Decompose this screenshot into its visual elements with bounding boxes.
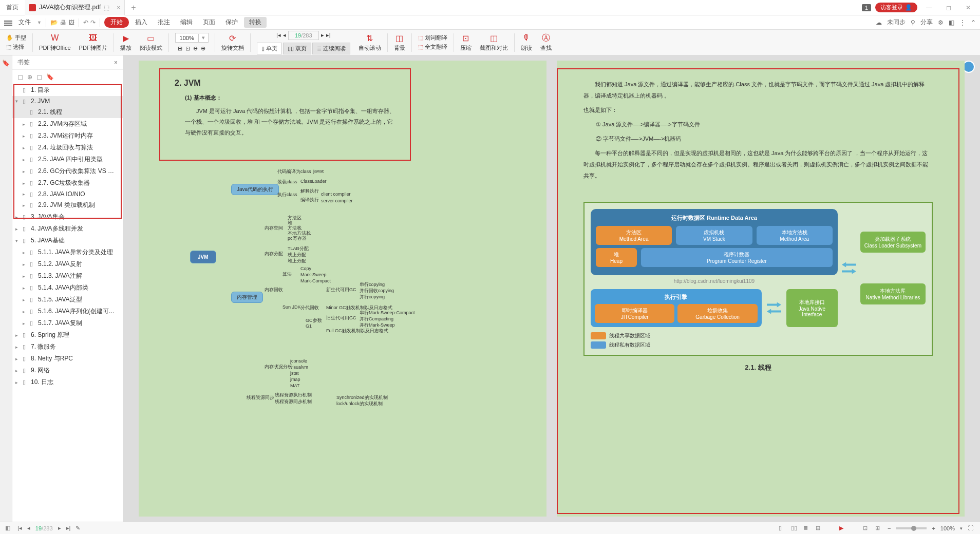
menu-start[interactable]: 开始 [104,17,129,28]
outline-item[interactable]: ▸▯2.6. GC分代收集算法 VS 分区收集算法 [12,165,123,177]
chevron-down-icon[interactable]: ▾ [199,33,208,42]
tab-add-button[interactable]: + [125,3,142,12]
sidebar-toggle-icon[interactable]: ◧ [5,525,12,532]
zoom-in-button[interactable]: + [932,525,935,531]
outline-item[interactable]: ▸▯2.2. JVM内存区域 [12,118,123,130]
fit-icon[interactable]: ⊡ [863,525,870,532]
chevron-down-icon[interactable]: ▼ [37,20,42,25]
outline-item[interactable]: ▸▯5.1.5. JAVA泛型 [12,294,123,306]
menu-annotate[interactable]: 批注 [154,17,174,28]
play-button[interactable]: ▶播放 [118,32,134,53]
outline-tool-icon[interactable]: 🔖 [46,73,54,81]
collapse-icon[interactable]: ⌃ [971,19,976,26]
hamburger-icon[interactable] [4,20,12,26]
expand-icon[interactable]: ▸ [23,169,28,174]
compare-button[interactable]: ◫截图和对比 [478,32,510,53]
notification-badge[interactable]: 1 [862,4,871,11]
menu-protect[interactable]: 保护 [221,17,242,28]
outline-item[interactable]: ▸▯3. JAVA集合 [12,211,123,223]
page-last-icon[interactable]: ▸| [66,525,71,531]
page-next-icon[interactable]: ▸ [58,525,61,531]
find-button[interactable]: Ⓐ查找 [538,32,554,53]
tab-document[interactable]: JAVA核心知识整理.pdf ⬚ × [25,0,125,15]
page-first-icon[interactable]: |◂ [17,525,22,531]
outline-item[interactable]: ▾▯2. JVM [12,96,123,106]
document-viewport[interactable]: 2. JVM (1) 基本概念： JVM 是可运行 Java 代码的假想计算机 … [123,55,980,522]
expand-icon[interactable]: ▸ [15,226,21,232]
expand-icon[interactable]: ▸ [23,262,28,267]
expand-icon[interactable]: ▸ [15,380,21,385]
panel-close-icon[interactable]: × [114,59,118,66]
read-mode-button[interactable]: ▭阅读模式 [138,32,164,53]
outline-item[interactable]: ▸▯5.1.4. JAVA内部类 [12,282,123,294]
print-icon[interactable]: 🖶 [60,19,66,26]
expand-icon[interactable]: ▸ [23,274,28,279]
zoom-slider[interactable] [896,527,927,529]
single-page-button[interactable]: ▯单页 [257,43,282,54]
view-icon[interactable]: ⊞ [816,525,823,532]
zoom-in-icon[interactable]: ⊕ [201,45,205,52]
expand-icon[interactable]: ▸ [23,134,28,139]
fullscreen-icon[interactable]: ⛶ [968,525,975,532]
bookmark-rail-icon[interactable]: 🔖 [2,60,10,68]
outline-item[interactable]: ▸▯2.7. GC垃圾收集器 [12,177,123,189]
outline-item[interactable]: ▸▯5.1.2. JAVA反射 [12,258,123,270]
login-button[interactable]: 访客登录👤 [875,3,917,12]
expand-icon[interactable]: ▸ [23,145,28,150]
tab-close-icon[interactable]: × [117,4,120,11]
expand-icon[interactable]: ▸ [23,157,28,162]
minimize-icon[interactable]: — [921,4,937,11]
outline-item[interactable]: ▸▯8. Netty 与RPC [12,353,123,365]
pdf-to-image-button[interactable]: 🖼PDF转图片 [77,32,109,53]
fit-page-icon[interactable]: ⊡ [185,45,190,52]
full-translate-button[interactable]: ⬚ 全文翻译 [418,43,447,51]
zoom-out-icon[interactable]: ⊖ [193,45,198,52]
outline-item[interactable]: ▯1. 目录 [12,84,123,96]
fit-width-icon[interactable]: ⊞ [178,45,182,52]
save-icon[interactable]: 🖼 [68,19,74,26]
menu-edit[interactable]: 编辑 [176,17,197,28]
outline-item[interactable]: ▸▯2.3. JVM运行时内存 [12,130,123,142]
page-prev-icon[interactable]: ◂ [27,525,30,531]
select-tool[interactable]: ⬚ 选择 [6,43,24,51]
expand-icon[interactable]: ▸ [23,192,28,197]
zoom-out-button[interactable]: − [888,525,891,531]
outline-item[interactable]: ▸▯6. Spring 原理 [12,329,123,341]
outline-tool-icon[interactable]: ▢ [36,73,42,81]
hand-tool[interactable]: ✋ 手型 [6,34,26,42]
expand-icon[interactable]: ▸ [15,356,21,361]
expand-icon[interactable]: ▸ [15,215,21,220]
outline-item[interactable]: ▸▯2.8. JAVA IO/NIO [12,189,123,199]
fit-icon[interactable]: ⊞ [875,525,882,532]
play-icon[interactable]: ▶ [839,525,846,532]
outline-item[interactable]: ▯2.1. 线程 [12,106,123,118]
more-icon[interactable]: ⋮ [959,19,966,26]
view-icon[interactable]: ▯▯ [791,525,798,532]
expand-icon[interactable]: ▸ [23,285,28,291]
expand-icon[interactable]: ▾ [15,99,21,104]
outline-item[interactable]: ▸▯2.5. JAVA 四中引用类型 [12,154,123,165]
double-page-button[interactable]: ▯▯双页 [283,43,311,54]
outline-item[interactable]: ▸▯2.4. 垃圾回收与算法 [12,142,123,154]
continuous-button[interactable]: ≣连续阅读 [312,43,350,54]
markup-icon[interactable]: ✎ [76,525,80,531]
close-icon[interactable]: ✕ [960,4,976,11]
tab-home[interactable]: 首页 [0,3,25,12]
pdf-to-office-button[interactable]: WPDF转Office [37,32,73,53]
page-next-icon[interactable]: ▸ [321,32,324,39]
menu-convert[interactable]: 转换 [244,17,267,28]
zoom-select[interactable]: 100%▾ [175,33,209,43]
redo-icon[interactable]: ↷ [90,19,96,26]
outline-tool-icon[interactable]: ▢ [17,73,23,81]
page-prev-icon[interactable]: ◂ [283,32,286,39]
outline-item[interactable]: ▸▯10. 日志 [12,376,123,388]
maximize-icon[interactable]: ◻ [941,4,956,11]
page-last-icon[interactable]: ▸| [326,32,331,39]
rotate-button[interactable]: ⟳旋转文档 [219,32,246,53]
expand-icon[interactable]: ▸ [23,321,28,326]
chevron-down-icon[interactable]: ▾ [960,526,963,531]
outline-item[interactable]: ▸▯5.1.3. JAVA注解 [12,270,123,282]
gear-icon[interactable]: ⚙ [938,19,944,26]
zoom-value[interactable]: 100% [940,525,955,531]
view-icon[interactable]: ▯ [779,525,786,532]
